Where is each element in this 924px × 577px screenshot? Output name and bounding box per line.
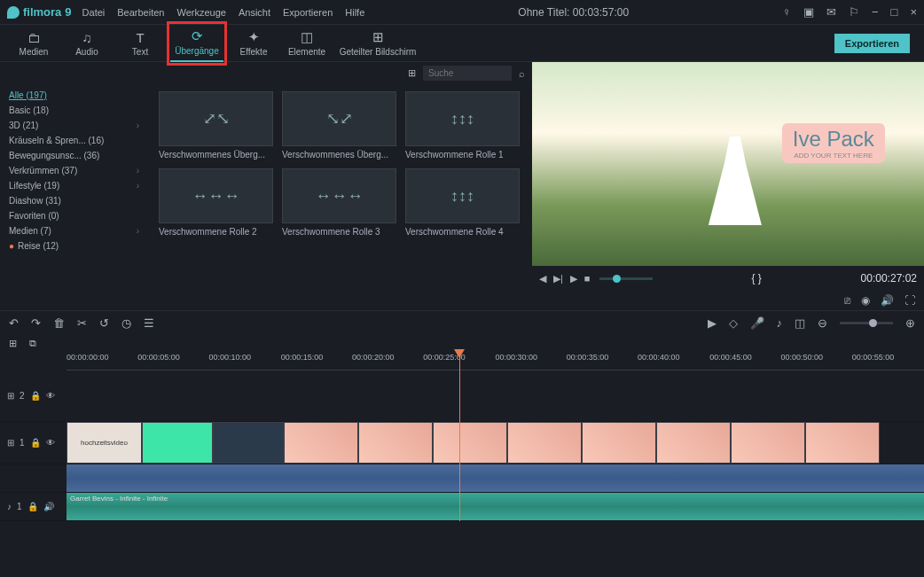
zoom-in-button[interactable]: ⊕	[905, 316, 915, 330]
zoom-out-button[interactable]: ⊖	[818, 316, 827, 330]
audio-clip[interactable]: Garret Bevins - Infinite - Infinite	[67, 493, 924, 520]
export-button[interactable]: Exportieren	[834, 34, 910, 53]
transition-item[interactable]: ↕↕↕Verschwommene Rolle 1	[405, 91, 520, 160]
play-button[interactable]: ▶	[570, 273, 577, 285]
video-clip[interactable]	[213, 422, 284, 464]
grid-view-icon[interactable]: ⊞	[408, 67, 416, 79]
video-clip[interactable]	[358, 422, 433, 464]
track-content[interactable]: hochzeitsvideo	[67, 422, 924, 464]
preview-viewport[interactable]: Ive Pack ADD YOUR TEXT HERE	[532, 62, 924, 266]
fullscreen-icon[interactable]: ⛶	[904, 294, 915, 307]
time-ruler[interactable]: 00:00:00:00 00:00:05:00 00:00:10:00 00:0…	[67, 351, 924, 370]
zoom-slider[interactable]	[840, 322, 893, 324]
tab-uebergaenge[interactable]: ⟳Übergänge	[170, 25, 223, 62]
ruler-mark: 00:00:50:00	[781, 353, 824, 362]
history-button[interactable]: ↺	[99, 316, 109, 330]
lock-icon[interactable]: 🔒	[30, 438, 41, 448]
transition-item[interactable]: ⤡⤢Verschwommenes Überg...	[282, 91, 396, 160]
video-clip[interactable]: hochzeitsvideo	[67, 422, 142, 464]
sidebar-item-verkruemmen[interactable]: Verkrümmen (37)›	[0, 163, 146, 178]
transition-item[interactable]: ↔↔↔Verschwommene Rolle 3	[282, 168, 396, 237]
redo-button[interactable]: ↷	[31, 316, 41, 330]
marker2-button[interactable]: ◇	[729, 316, 738, 330]
mic-button[interactable]: 🎤	[750, 316, 764, 330]
tab-medien[interactable]: 🗀Medien	[7, 25, 60, 62]
video-clip[interactable]	[284, 422, 358, 464]
search-icon[interactable]: ⌕	[519, 68, 525, 79]
sidebar-item-3d[interactable]: 3D (21)›	[0, 118, 146, 133]
close-button[interactable]: ×	[910, 5, 917, 19]
step-back-button[interactable]: ▶|	[553, 273, 563, 285]
minimize-button[interactable]: −	[872, 5, 879, 19]
transition-item[interactable]: ⤢⤡Verschwommenes Überg...	[159, 91, 273, 160]
sidebar-item-lifestyle[interactable]: Lifestyle (19)›	[0, 178, 146, 193]
audio-icon: ♫	[82, 30, 91, 45]
sidebar-item-basic[interactable]: Basic (18)	[0, 103, 146, 118]
link-icon[interactable]: ⧉	[29, 338, 36, 349]
tab-elemente[interactable]: ◫Elemente	[280, 25, 333, 62]
stop-button[interactable]: ■	[584, 273, 591, 285]
audio-waveform[interactable]	[67, 464, 924, 492]
sidebar-item-medien[interactable]: Medien (7)›	[0, 223, 146, 238]
transition-item[interactable]: ↔↔↔Verschwommene Rolle 2	[159, 168, 273, 237]
lock-icon[interactable]: 🔒	[27, 502, 38, 511]
video-clip[interactable]	[731, 422, 805, 464]
cut-button[interactable]: ✂	[77, 316, 87, 330]
video-clip[interactable]	[582, 422, 656, 464]
sidebar-item-favoriten[interactable]: Favoriten (0)	[0, 208, 146, 223]
sidebar-label: Medien (7)	[9, 226, 51, 236]
tab-audio[interactable]: ♫Audio	[60, 25, 114, 62]
sidebar-item-bewegung[interactable]: Bewegungsunsc... (36)	[0, 148, 146, 163]
visibility-icon[interactable]: 👁	[46, 438, 55, 448]
video-clip[interactable]	[656, 422, 731, 464]
marker-button[interactable]: ◷	[121, 316, 131, 330]
track-content[interactable]	[67, 370, 924, 421]
mixer-button[interactable]: ◫	[795, 316, 805, 330]
settings-button[interactable]: ☰	[144, 316, 154, 330]
render-button[interactable]: ▶	[708, 316, 716, 330]
volume-slider[interactable]	[599, 277, 653, 280]
sidebar-item-reise[interactable]: ●Reise (12)	[0, 238, 146, 253]
maximize-button[interactable]: □	[891, 5, 898, 19]
tab-label: Audio	[75, 47, 98, 57]
sidebar-item-kraeuseln[interactable]: Kräuseln & Spren... (16)	[0, 133, 146, 148]
mute-icon[interactable]: 🔊	[43, 502, 54, 511]
sidebar-item-diashow[interactable]: Diashow (31)	[0, 193, 146, 208]
track-layout-icon[interactable]: ⊞	[9, 338, 17, 349]
video-clip[interactable]	[805, 422, 880, 464]
undo-button[interactable]: ↶	[9, 316, 19, 330]
playhead[interactable]	[459, 351, 460, 521]
snapshot-icon[interactable]: ◉	[861, 294, 870, 307]
volume-icon[interactable]: 🔊	[881, 294, 894, 307]
notification-icon[interactable]: ⚐	[849, 5, 859, 19]
box-icon[interactable]: ▣	[803, 5, 814, 19]
video-clip[interactable]	[142, 422, 213, 464]
search-input[interactable]	[423, 66, 512, 81]
tab-geteilter[interactable]: ⊞Geteilter Bildschirm	[333, 25, 422, 62]
menu-hilfe[interactable]: Hilfe	[345, 7, 364, 18]
transition-thumbnail: ↔↔↔	[282, 168, 396, 223]
menu-bearbeiten[interactable]: Bearbeiten	[117, 7, 164, 18]
menu-exportieren[interactable]: Exportieren	[283, 7, 333, 18]
video-clip[interactable]	[433, 422, 507, 464]
menu-datei[interactable]: Datei	[82, 7, 106, 18]
track-content[interactable]	[67, 464, 924, 492]
music-button[interactable]: ♪	[777, 316, 783, 330]
track-content[interactable]: Garret Bevins - Infinite - Infinite	[67, 493, 924, 520]
display-icon[interactable]: ⎚	[844, 294, 850, 307]
mail-icon[interactable]: ✉	[826, 5, 836, 19]
track-header: ♪ 1 🔒 🔊	[0, 502, 67, 511]
prev-frame-button[interactable]: ◀	[539, 273, 546, 285]
sidebar-item-alle[interactable]: Alle (197)	[0, 88, 146, 103]
menu-werkzeuge[interactable]: Werkzeuge	[176, 7, 225, 18]
transition-item[interactable]: ↕↕↕Verschwommene Rolle 4	[405, 168, 520, 237]
video-clip[interactable]	[507, 422, 582, 464]
user-icon[interactable]: ♀	[782, 5, 791, 19]
preview-figure	[709, 136, 762, 225]
tab-effekte[interactable]: ✦Effekte	[227, 25, 280, 62]
visibility-icon[interactable]: 👁	[46, 391, 55, 401]
lock-icon[interactable]: 🔒	[30, 391, 41, 401]
tab-text[interactable]: TText	[114, 25, 167, 62]
menu-ansicht[interactable]: Ansicht	[239, 7, 270, 18]
delete-button[interactable]: 🗑	[53, 316, 65, 330]
